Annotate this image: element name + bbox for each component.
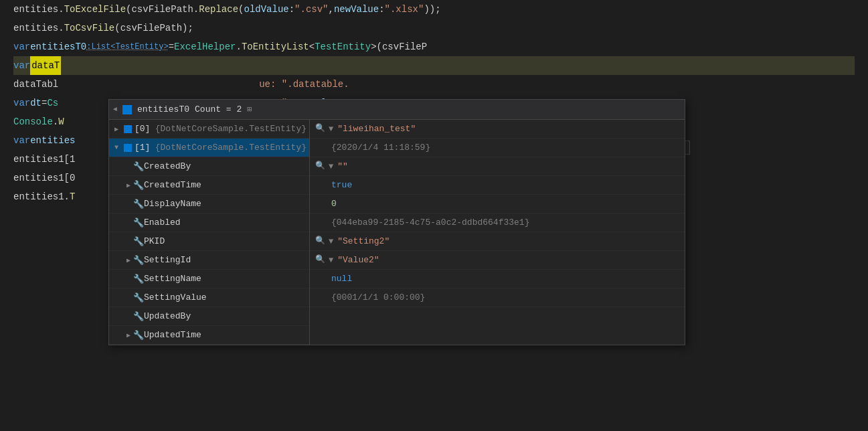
- wrench-icon-displayname: 🔧: [133, 199, 144, 209]
- field-value-0: {DotNetCoreSample.TestEntity}: [155, 124, 307, 134]
- right-row-9: {0001/1/1 0:00:00}: [310, 288, 685, 307]
- expand-arrow-right-2[interactable]: ▼: [329, 162, 333, 171]
- expand-arrow-1[interactable]: ▼: [112, 144, 121, 151]
- expand-arrow-right-0[interactable]: ▼: [329, 124, 333, 134]
- code-line-1: entities.ToExcelFile(csvFilePath.Replace…: [13, 0, 855, 19]
- right-value-5: {044eba99-2185-4c75-a0c2-ddbd664f33e1}: [331, 218, 529, 228]
- wrench-icon-pkid: 🔧: [133, 236, 144, 247]
- right-value-7: "Value2": [333, 255, 379, 265]
- tree-row-1[interactable]: ▼ [1] {DotNetCoreSample.TestEntity}: [109, 139, 309, 157]
- tree-row-settingname[interactable]: 🔧 SettingName: [109, 270, 309, 288]
- tree-row-settingid[interactable]: ▶ 🔧 SettingId: [109, 251, 309, 270]
- collapse-arrow[interactable]: ◄: [113, 106, 117, 113]
- tree-row-updatedtime[interactable]: ▶ 🔧 UpdatedTime: [109, 326, 309, 345]
- right-value-6: "Setting2": [333, 236, 389, 246]
- right-value-2: "": [333, 161, 348, 171]
- right-row-6: 🔍 ▼ "Setting2": [310, 232, 685, 251]
- code-line-4: var dataT: [13, 56, 855, 75]
- tree-row-settingvalue[interactable]: 🔧 SettingValue: [109, 288, 309, 307]
- tree-row-enabled[interactable]: 🔧 Enabled: [109, 213, 309, 232]
- wrench-icon-updatedtime: 🔧: [133, 330, 144, 341]
- field-label-settingvalue: SettingValue: [144, 292, 307, 303]
- field-label-0: [0]: [135, 124, 155, 134]
- right-row-7: 🔍 ▼ "Value2": [310, 251, 685, 270]
- field-label-enabled: Enabled: [144, 218, 307, 228]
- tree-row-createdtime[interactable]: ▶ 🔧 CreatedTime: [109, 176, 309, 195]
- expand-arrow-0[interactable]: ▶: [112, 125, 121, 133]
- right-row-0: 🔍 ▼ "liweihan_test": [310, 120, 685, 139]
- popup-pin[interactable]: ⊞: [247, 104, 252, 114]
- right-row-8: null: [310, 270, 685, 288]
- right-row-2: 🔍 ▼ "": [310, 157, 685, 176]
- field-label-createdtime: CreatedTime: [144, 180, 307, 190]
- cube-icon-0: [124, 125, 132, 133]
- right-row-1: {2020/1/4 11:18:59}: [310, 139, 685, 157]
- field-label-settingid: SettingId: [144, 255, 307, 265]
- wrench-icon-createdby: 🔧: [133, 161, 144, 172]
- search-icon-2[interactable]: 🔍: [315, 161, 327, 173]
- search-icon-7[interactable]: 🔍: [315, 254, 327, 266]
- right-row-5: {044eba99-2185-4c75-a0c2-ddbd664f33e1}: [310, 213, 685, 232]
- expand-arrow-updatedtime[interactable]: ▶: [124, 331, 133, 339]
- tree-row-updatedby[interactable]: 🔧 UpdatedBy: [109, 307, 309, 326]
- expand-arrow-right-6[interactable]: ▼: [329, 237, 333, 246]
- right-panel: 🔍 ▼ "liweihan_test" {2020/1/4 11:18:59} …: [310, 120, 685, 345]
- wrench-icon-settingname: 🔧: [133, 274, 144, 284]
- search-icon-0[interactable]: 🔍: [315, 123, 327, 135]
- field-value-1: {DotNetCoreSample.TestEntity}: [155, 143, 307, 153]
- tree-row-displayname[interactable]: 🔧 DisplayName: [109, 195, 309, 213]
- popup-variable-name: entitiesT0: [137, 104, 189, 114]
- tree-row-0[interactable]: ▶ [0] {DotNetCoreSample.TestEntity}: [109, 120, 309, 139]
- field-label-updatedby: UpdatedBy: [144, 311, 307, 321]
- wrench-icon-createdtime: 🔧: [133, 180, 144, 191]
- debugger-popup: ◄ entitiesT0 Count = 2 ⊞ ▶ [0] {DotNetCo…: [108, 99, 685, 345]
- wrench-icon-enabled: 🔧: [133, 218, 144, 228]
- expand-arrow-settingid[interactable]: ▶: [124, 256, 133, 264]
- field-label-settingname: SettingName: [144, 274, 307, 284]
- expand-arrow-createdtime[interactable]: ▶: [124, 181, 133, 189]
- tree-row-pkid[interactable]: 🔧 PKID: [109, 232, 309, 251]
- right-value-8: null: [331, 274, 352, 284]
- field-label-updatedtime: UpdatedTime: [144, 330, 307, 340]
- cube-icon-1: [124, 144, 132, 152]
- code-line-3: var entitiesT0 :List<TestEntity> = Excel…: [13, 37, 855, 56]
- field-label-displayname: DisplayName: [144, 199, 307, 209]
- right-value-9: {0001/1/1 0:00:00}: [331, 292, 425, 303]
- right-value-1: {2020/1/4 11:18:59}: [331, 143, 430, 153]
- popup-header: ◄ entitiesT0 Count = 2 ⊞: [109, 100, 685, 120]
- right-value-3: true: [331, 180, 352, 190]
- wrench-icon-updatedby: 🔧: [133, 311, 144, 322]
- wrench-icon-settingid: 🔧: [133, 255, 144, 266]
- field-label-pkid: PKID: [144, 236, 307, 246]
- expand-arrow-right-7[interactable]: ▼: [329, 256, 333, 265]
- entity-cube-icon: [122, 105, 132, 114]
- wrench-icon-settingvalue: 🔧: [133, 292, 144, 303]
- field-label-1: [1]: [135, 143, 155, 153]
- left-panel: ▶ [0] {DotNetCoreSample.TestEntity} ▼ [1…: [109, 120, 310, 345]
- tree-container: ▶ [0] {DotNetCoreSample.TestEntity} ▼ [1…: [109, 120, 685, 345]
- tree-row-createdby[interactable]: 🔧 CreatedBy: [109, 157, 309, 176]
- code-line-2: entities.ToCsvFile(csvFilePath);: [13, 19, 855, 37]
- right-value-4: 0: [331, 199, 337, 209]
- field-label-createdby: CreatedBy: [144, 161, 307, 171]
- search-icon-6[interactable]: 🔍: [315, 236, 327, 248]
- right-value-0: "liweihan_test": [333, 124, 416, 134]
- right-row-4: 0: [310, 195, 685, 213]
- popup-count: Count = 2: [195, 104, 242, 114]
- code-line-5: dataTablue: ".datatable.: [13, 75, 855, 94]
- right-row-3: true: [310, 176, 685, 195]
